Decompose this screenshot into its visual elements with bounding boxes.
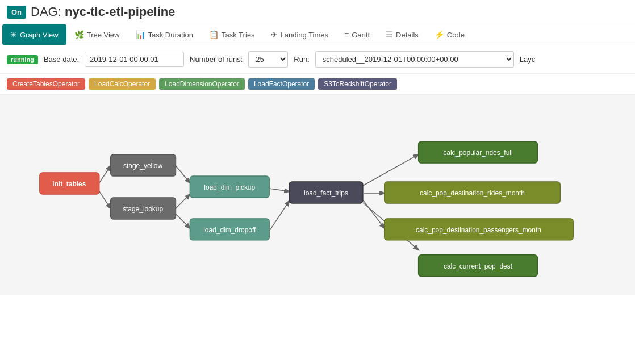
- legend-load-dimension[interactable]: LoadDimensionOperator: [159, 78, 245, 90]
- dag-graph: init_tables stage_yellow stage_lookup lo…: [11, 106, 624, 282]
- node-calc-pop-passengers-month-label: calc_pop_destination_passengers_month: [416, 226, 541, 234]
- legend-s3-redshift[interactable]: S3ToRedshiftOperator: [318, 78, 397, 90]
- layout-label: Layc: [520, 55, 535, 64]
- tab-gantt-label: Gantt: [352, 31, 370, 39]
- run-label: Run:: [294, 55, 309, 64]
- node-load-dim-dropoff-label: load_dim_dropoff: [203, 226, 256, 234]
- edge-yellow-pickup: [176, 166, 190, 183]
- edge-fact-rides-full: [363, 154, 419, 186]
- tab-details[interactable]: ☰ Details: [378, 24, 427, 45]
- code-icon: ⚡: [435, 30, 444, 39]
- node-calc-popular-rides-full-label: calc_popular_rides_full: [443, 149, 512, 157]
- tab-task-duration[interactable]: 📊 Task Duration: [128, 24, 201, 45]
- node-load-dim-pickup-label: load_dim_pickup: [204, 183, 255, 191]
- edge-init-stage-yellow: [99, 166, 111, 183]
- legend-create-tables[interactable]: CreateTablesOperator: [7, 78, 85, 90]
- tab-task-tries-label: Task Tries: [222, 31, 255, 39]
- edge-pickup-fact: [269, 189, 289, 191]
- controls-bar: running Base date: Number of runs: 25 10…: [0, 45, 635, 74]
- edge-dropoff-fact: [269, 201, 289, 231]
- task-tries-icon: 📋: [209, 30, 219, 39]
- edge-lookup-dropoff: [176, 214, 190, 228]
- run-select[interactable]: scheduled__2019-12-01T00:00:00+00:00: [315, 51, 514, 68]
- num-runs-label: Number of runs:: [190, 55, 243, 64]
- dag-prefix: DAG:: [31, 5, 61, 19]
- legend-load-fact[interactable]: LoadFactOperator: [248, 78, 315, 90]
- node-load-fact-trips-label: load_fact_trips: [304, 189, 348, 197]
- graph-area: init_tables stage_yellow stage_lookup lo…: [0, 95, 635, 295]
- base-date-label: Base date:: [44, 55, 79, 64]
- tab-tree-view[interactable]: 🌿 Tree View: [66, 24, 128, 45]
- node-calc-pop-rides-month-label: calc_pop_destination_rides_month: [420, 189, 525, 197]
- dag-title: DAG: nyc-tlc-etl-pipeline: [31, 5, 175, 19]
- legend-bar: CreateTablesOperator LoadCalcOperator Lo…: [0, 74, 635, 95]
- tab-landing-times-label: Landing Times: [281, 31, 329, 39]
- edge-lookup-pickup: [176, 194, 190, 208]
- tab-graph-view-label: Graph View: [20, 31, 59, 39]
- node-stage-lookup-label: stage_lookup: [123, 205, 164, 213]
- tab-graph-view[interactable]: ✳ Graph View: [2, 24, 66, 45]
- tree-view-icon: 🌿: [74, 30, 84, 39]
- task-duration-icon: 📊: [136, 30, 145, 39]
- node-stage-yellow-label: stage_yellow: [123, 162, 163, 170]
- num-runs-select[interactable]: 25 10 50: [248, 51, 288, 68]
- graph-view-icon: ✳: [10, 30, 17, 39]
- tab-code-label: Code: [447, 31, 465, 39]
- status-badge: running: [7, 55, 38, 64]
- header: On DAG: nyc-tlc-etl-pipeline: [0, 0, 635, 24]
- on-badge[interactable]: On: [7, 6, 26, 19]
- base-date-input[interactable]: [85, 52, 184, 67]
- dag-name: nyc-tlc-etl-pipeline: [65, 5, 175, 19]
- details-icon: ☰: [386, 30, 393, 39]
- tab-tree-view-label: Tree View: [87, 31, 120, 39]
- landing-times-icon: ✈: [271, 30, 278, 39]
- node-calc-current-pop-dest-label: calc_current_pop_dest: [444, 262, 513, 270]
- tab-gantt[interactable]: ≡ Gantt: [336, 24, 378, 45]
- tab-code[interactable]: ⚡ Code: [427, 24, 473, 45]
- edge-fact-passengers-month: [363, 200, 385, 228]
- tab-task-duration-label: Task Duration: [148, 31, 193, 39]
- tab-landing-times[interactable]: ✈ Landing Times: [263, 24, 337, 45]
- edge-init-stage-lookup: [99, 191, 111, 208]
- tab-task-tries[interactable]: 📋 Task Tries: [201, 24, 263, 45]
- node-init-tables-label: init_tables: [52, 180, 86, 188]
- nav-tabs: ✳ Graph View 🌿 Tree View 📊 Task Duration…: [0, 24, 635, 45]
- legend-load-calc[interactable]: LoadCalcOperator: [89, 78, 156, 90]
- tab-details-label: Details: [396, 31, 419, 39]
- gantt-icon: ≡: [344, 30, 349, 39]
